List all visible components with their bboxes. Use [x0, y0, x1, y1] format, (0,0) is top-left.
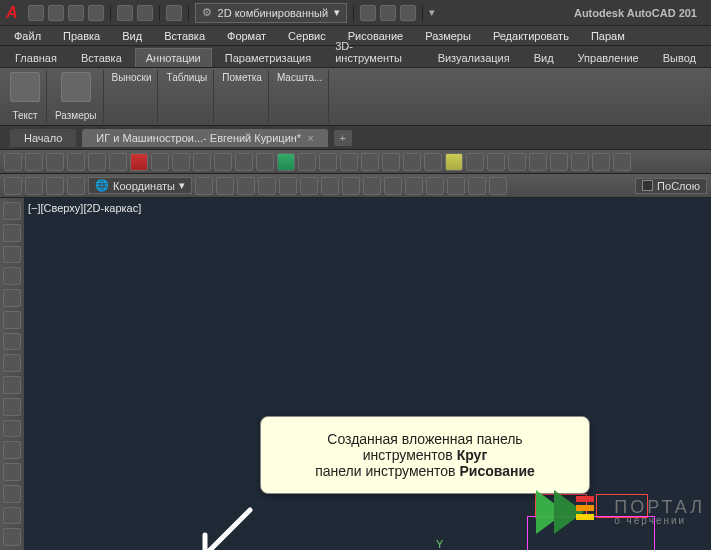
- menu-view[interactable]: Вид: [122, 30, 142, 42]
- tr1-icon[interactable]: [235, 153, 253, 171]
- tr2-icon[interactable]: [321, 177, 339, 195]
- tr2-icon[interactable]: [195, 177, 213, 195]
- tr1-icon[interactable]: [319, 153, 337, 171]
- tr1-icon[interactable]: [88, 153, 106, 171]
- tr1-icon[interactable]: [592, 153, 610, 171]
- ucs-icon[interactable]: Y X: [420, 538, 480, 550]
- tr1-icon[interactable]: [193, 153, 211, 171]
- ribbon-tab-manage[interactable]: Управление: [567, 48, 650, 67]
- tr2-icon[interactable]: [468, 177, 486, 195]
- doc-tab-drawing[interactable]: ИГ и Машинострои...- Евгений Курицин* ×: [82, 129, 327, 147]
- revision-icon[interactable]: [3, 463, 21, 481]
- tr1-icon[interactable]: [46, 153, 64, 171]
- tr1-icon[interactable]: [172, 153, 190, 171]
- tr2-icon[interactable]: [67, 177, 85, 195]
- viewport-controls[interactable]: [−][Сверху][2D-каркас]: [28, 202, 141, 214]
- ribbon-tab-param[interactable]: Параметризация: [214, 48, 322, 67]
- tr1-icon[interactable]: [613, 153, 631, 171]
- tr1-icon[interactable]: [382, 153, 400, 171]
- menu-edit[interactable]: Правка: [63, 30, 100, 42]
- ribbon-tab-annotate[interactable]: Аннотации: [135, 48, 212, 67]
- save-icon[interactable]: [68, 5, 84, 21]
- construction-icon[interactable]: [3, 376, 21, 394]
- tr2-icon[interactable]: [363, 177, 381, 195]
- tr2-icon[interactable]: [384, 177, 402, 195]
- tr2-icon[interactable]: [426, 177, 444, 195]
- block-icon[interactable]: [3, 528, 21, 546]
- ribbon-tab-visualize[interactable]: Визуализация: [427, 48, 521, 67]
- menu-dimensions[interactable]: Размеры: [425, 30, 471, 42]
- saveas-icon[interactable]: [88, 5, 104, 21]
- dimension-tool-icon[interactable]: [61, 72, 91, 102]
- text-icon[interactable]: [3, 485, 21, 503]
- ribbon-tab-home[interactable]: Главная: [4, 48, 68, 67]
- redo-icon[interactable]: [137, 5, 153, 21]
- tr1-icon[interactable]: [4, 153, 22, 171]
- tr1-icon[interactable]: [445, 153, 463, 171]
- tr1-icon[interactable]: [214, 153, 232, 171]
- tr1-icon[interactable]: [340, 153, 358, 171]
- tr2-icon[interactable]: [216, 177, 234, 195]
- ribbon-tab-view[interactable]: Вид: [523, 48, 565, 67]
- ellipse-icon[interactable]: [3, 311, 21, 329]
- ribbon-tab-insert[interactable]: Вставка: [70, 48, 133, 67]
- tr2-icon[interactable]: [279, 177, 297, 195]
- undo-icon[interactable]: [117, 5, 133, 21]
- qat-chevron-icon[interactable]: ▾: [429, 6, 435, 19]
- tr1-icon[interactable]: [550, 153, 568, 171]
- doc-tab-start[interactable]: Начало: [10, 129, 76, 147]
- tr1-icon[interactable]: [487, 153, 505, 171]
- tr2-icon[interactable]: [342, 177, 360, 195]
- tr1-icon[interactable]: [151, 153, 169, 171]
- menu-insert[interactable]: Вставка: [164, 30, 205, 42]
- tr1-icon[interactable]: [508, 153, 526, 171]
- tr1-icon[interactable]: [109, 153, 127, 171]
- menu-param[interactable]: Парам: [591, 30, 625, 42]
- hatch-icon[interactable]: [3, 333, 21, 351]
- tr1-icon[interactable]: [256, 153, 274, 171]
- ribbon-tab-output[interactable]: Вывод: [652, 48, 707, 67]
- tr1-icon[interactable]: [424, 153, 442, 171]
- spline-icon[interactable]: [3, 354, 21, 372]
- text-tool-icon[interactable]: [10, 72, 40, 102]
- tr1-icon[interactable]: [25, 153, 43, 171]
- rectangle-icon[interactable]: [3, 289, 21, 307]
- polyline-icon[interactable]: [3, 224, 21, 242]
- qat-icon-3[interactable]: [400, 5, 416, 21]
- tr1-icon[interactable]: [67, 153, 85, 171]
- tr1-icon[interactable]: [277, 153, 295, 171]
- donut-icon[interactable]: [3, 441, 21, 459]
- qat-icon-1[interactable]: [360, 5, 376, 21]
- tr2-icon[interactable]: [258, 177, 276, 195]
- plot-icon[interactable]: [166, 5, 182, 21]
- drawing-area[interactable]: [−][Сверху][2D-каркас] Y X Созданная вло…: [0, 198, 711, 550]
- new-icon[interactable]: [28, 5, 44, 21]
- tr1-icon[interactable]: [361, 153, 379, 171]
- tr1-icon[interactable]: [571, 153, 589, 171]
- new-tab-button[interactable]: +: [334, 130, 352, 146]
- menu-modify[interactable]: Редактировать: [493, 30, 569, 42]
- tr2-icon[interactable]: [447, 177, 465, 195]
- app-logo[interactable]: A: [6, 4, 18, 22]
- tr2-icon[interactable]: [405, 177, 423, 195]
- point-icon[interactable]: [3, 398, 21, 416]
- menu-service[interactable]: Сервис: [288, 30, 326, 42]
- tr2-icon[interactable]: [237, 177, 255, 195]
- ribbon-tab-3d[interactable]: 3D-инструменты: [324, 36, 424, 67]
- visual-style-dropdown[interactable]: ⚙ 2D комбинированный ▾: [195, 3, 348, 23]
- tr1-icon[interactable]: [298, 153, 316, 171]
- tr2-icon[interactable]: [25, 177, 43, 195]
- tr2-icon[interactable]: [300, 177, 318, 195]
- circle-icon[interactable]: [3, 246, 21, 264]
- tr1-icon[interactable]: [466, 153, 484, 171]
- close-tab-icon[interactable]: ×: [307, 132, 313, 144]
- tr1-icon[interactable]: [130, 153, 148, 171]
- tr2-icon[interactable]: [4, 177, 22, 195]
- menu-file[interactable]: Файл: [14, 30, 41, 42]
- coord-system-dropdown[interactable]: 🌐 Координаты ▾: [88, 177, 192, 194]
- tr1-icon[interactable]: [403, 153, 421, 171]
- table-icon[interactable]: [3, 507, 21, 525]
- region-icon[interactable]: [3, 420, 21, 438]
- tr1-icon[interactable]: [529, 153, 547, 171]
- bylayer-dropdown[interactable]: ПоСлою: [635, 178, 707, 194]
